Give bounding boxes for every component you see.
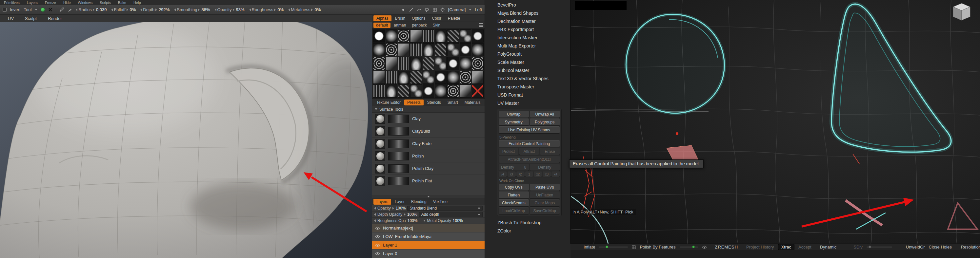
unweldgr-button[interactable]: UnweldGr (906, 245, 925, 250)
uv-master-button[interactable]: Unwrap (499, 111, 529, 117)
decrement-arrow-icon[interactable] (423, 219, 425, 222)
camera-dropdown[interactable]: [Camera] (448, 7, 466, 12)
layer-row[interactable]: Layer 0 (372, 250, 485, 258)
zplugin-menu-item[interactable]: SubTool Master (485, 66, 571, 74)
density-multiplier-button[interactable]: /3 (508, 172, 516, 177)
zplugin-menu-item[interactable]: FBX ExportImport (485, 25, 571, 33)
zplugin-menu-item[interactable]: Decimation Master (485, 17, 571, 25)
panel-tab[interactable]: Blending (408, 199, 430, 205)
attract-from-ao-button[interactable]: AttractFromAmbientOccl (499, 156, 560, 163)
zremesh-label[interactable]: ZREMESH (715, 245, 738, 250)
eye-icon[interactable] (702, 245, 707, 249)
alpha-thumbnail[interactable] (410, 71, 422, 84)
uv-master-button[interactable]: LoadCtrlMap (499, 207, 529, 214)
panel-tab[interactable]: Palette (445, 15, 463, 21)
inflate-label[interactable]: Inflate (584, 245, 595, 250)
alpha-thumbnail[interactable] (447, 57, 459, 70)
depth-blend-dropdown[interactable]: Add depth (419, 212, 483, 217)
brush-icon[interactable] (68, 7, 72, 12)
alpha-thumbnail[interactable] (460, 43, 471, 56)
alpha-set-tab[interactable]: artman (391, 22, 409, 28)
alpha-thumbnail[interactable] (386, 30, 398, 43)
zplugin-menu-item[interactable]: ZBrush To Photoshop (485, 218, 571, 226)
increment-arrow-icon[interactable] (233, 8, 234, 11)
pencil-icon[interactable] (59, 7, 64, 12)
alpha-thumbnail[interactable] (398, 84, 409, 98)
line-stroke-icon[interactable] (409, 8, 414, 12)
alpha-set-tab[interactable]: default (374, 22, 390, 28)
alpha-thumbnail[interactable] (373, 84, 385, 98)
sdiv-slider[interactable] (867, 247, 892, 247)
alpha-thumbnail[interactable] (410, 43, 422, 56)
panel-tab[interactable]: Options (409, 15, 428, 21)
panel-tab[interactable]: Layer (392, 199, 407, 205)
zplugin-menu-item[interactable]: PolyGroupIt (485, 50, 571, 58)
alpha-thumbnail[interactable] (460, 30, 471, 43)
zplugin-menu-item[interactable]: BevelPro (485, 1, 571, 9)
preset-row[interactable]: ClayBuild (372, 125, 485, 138)
decrement-arrow-icon[interactable] (174, 8, 176, 11)
preset-row[interactable]: Polish Clay (372, 162, 485, 175)
decrement-arrow-icon[interactable] (249, 8, 251, 11)
alpha-thumbnail[interactable] (447, 84, 459, 98)
preset-row[interactable]: Polish Flat (372, 175, 485, 187)
density-multiplier-button[interactable]: 1 (525, 172, 533, 177)
alpha-thumbnail[interactable] (373, 71, 385, 84)
zplugin-menu-item[interactable]: Multi Map Exporter (485, 41, 571, 50)
uv-master-button[interactable]: UnFlatten (530, 192, 560, 198)
alpha-thumbnail[interactable] (472, 43, 484, 56)
room-tab[interactable]: UV (3, 15, 18, 22)
preset-row[interactable]: Clay (372, 112, 485, 125)
alpha-thumbnail[interactable] (447, 71, 459, 84)
decrement-arrow-icon[interactable] (374, 207, 376, 209)
enable-control-painting-button[interactable]: Enable Control Painting (499, 140, 560, 147)
nav-cube-gizmo[interactable] (951, 2, 972, 22)
preset-row[interactable]: Clay Fade (372, 138, 485, 150)
alpha-thumbnail[interactable] (398, 57, 409, 70)
decrement-arrow-icon[interactable] (140, 8, 142, 11)
paint-mode-button[interactable]: Erase (540, 148, 560, 155)
alpha-thumbnail[interactable] (423, 43, 434, 56)
density-multiplier-button[interactable]: x2 (534, 172, 542, 177)
density-slider-secondary[interactable]: Density (530, 164, 560, 171)
density-multiplier-button[interactable]: x3 (542, 172, 551, 177)
sdiv-slider-knob[interactable] (869, 245, 871, 248)
menubar-item[interactable]: Hide (63, 1, 71, 5)
paint-mode-button[interactable]: Attract (519, 148, 539, 155)
alpha-thumbnail[interactable] (373, 30, 385, 43)
color-swatch-icon[interactable] (41, 8, 45, 12)
uv-master-button[interactable]: Copy UVs (499, 184, 529, 190)
alpha-thumbnail[interactable] (435, 57, 447, 70)
alpha-thumbnail[interactable] (398, 30, 409, 43)
alpha-thumbnail[interactable] (472, 30, 484, 43)
zplugin-menu-item[interactable]: Text 3D & Vector Shapes (485, 74, 571, 82)
visibility-eye-icon[interactable] (375, 235, 380, 238)
decrement-arrow-icon[interactable] (111, 8, 113, 11)
menubar-item[interactable]: Help (134, 1, 141, 5)
metal-opacity-value[interactable]: 100% (453, 218, 463, 223)
density-multiplier-button[interactable]: /4 (499, 172, 507, 177)
uv-master-button[interactable]: Symmetry (499, 119, 529, 125)
alpha-thumbnail[interactable] (410, 84, 422, 98)
resolution-slider-label[interactable]: Resolution 128 (961, 245, 980, 250)
paint-mode-button[interactable]: Protect (499, 148, 519, 155)
menubar-item[interactable]: Scripts (100, 1, 111, 5)
use-existing-uv-seams-button[interactable]: Use Existing UV Seams (499, 127, 560, 133)
tool-label[interactable]: Tool (24, 7, 32, 12)
blend-mode-dropdown[interactable]: Standard Blend (407, 206, 483, 211)
alpha-thumbnail[interactable] (423, 84, 434, 98)
preset-group-header[interactable]: Surface Tools (372, 106, 485, 112)
zbrush-canvas[interactable]: h A Poly ALT+New, SHIFT+Pick (571, 0, 980, 244)
visibility-eye-icon[interactable] (375, 244, 380, 247)
layer-row[interactable]: Normalmap[ext] (372, 224, 485, 233)
alpha-thumbnail[interactable] (435, 84, 447, 98)
alpha-thumbnail[interactable] (386, 84, 398, 98)
uv-master-button[interactable]: Unwrap All (530, 111, 560, 117)
menubar-item[interactable]: Windows (78, 1, 93, 5)
crosshair-icon[interactable] (440, 8, 445, 12)
increment-arrow-icon[interactable] (311, 8, 313, 11)
decrement-arrow-icon[interactable] (76, 8, 77, 11)
zplugin-menu-item[interactable]: Intersection Masker (485, 33, 571, 41)
polish-slider[interactable] (680, 247, 698, 247)
increment-arrow-icon[interactable] (127, 8, 128, 11)
